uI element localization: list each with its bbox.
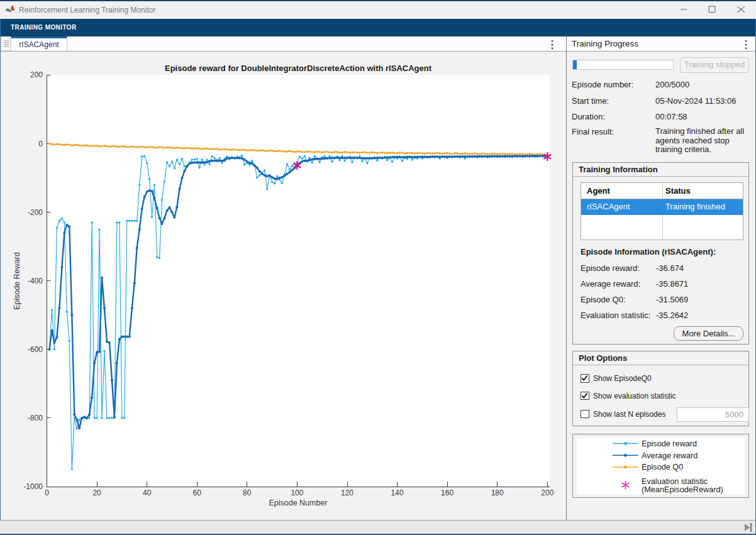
svg-text:0: 0 — [38, 140, 43, 148]
svg-text:-1000: -1000 — [23, 482, 43, 491]
svg-text:60: 60 — [193, 488, 202, 497]
svg-text:140: 140 — [391, 488, 404, 497]
svg-text:20: 20 — [92, 488, 101, 497]
svg-text:-200: -200 — [28, 208, 43, 217]
svg-text:180: 180 — [491, 488, 504, 497]
svg-text:40: 40 — [143, 488, 152, 497]
svg-text:100: 100 — [291, 488, 303, 497]
svg-text:200: 200 — [541, 488, 553, 497]
svg-text:200: 200 — [30, 70, 43, 79]
svg-text:120: 120 — [341, 488, 353, 497]
svg-text:Episode Number: Episode Number — [269, 499, 327, 507]
svg-text:0: 0 — [45, 488, 49, 497]
svg-text:160: 160 — [441, 488, 453, 497]
svg-text:80: 80 — [243, 488, 252, 497]
svg-text:-800: -800 — [28, 414, 43, 422]
svg-text:Episode reward for DoubleInteg: Episode reward for DoubleIntegratorDiscr… — [165, 63, 432, 73]
svg-text:Episode Reward: Episode Reward — [13, 252, 21, 310]
svg-text:-400: -400 — [28, 277, 43, 285]
svg-text:-600: -600 — [28, 345, 43, 354]
